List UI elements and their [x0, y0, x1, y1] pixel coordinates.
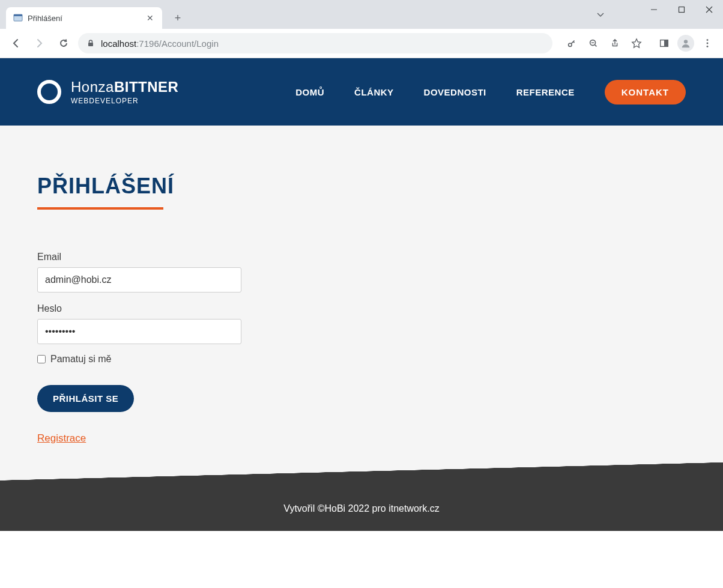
password-field[interactable] — [37, 319, 241, 344]
browser-menu-icon[interactable] — [698, 34, 717, 53]
key-icon[interactable] — [562, 34, 581, 53]
svg-rect-1 — [14, 14, 22, 16]
svg-rect-3 — [679, 7, 685, 13]
bookmark-star-icon[interactable] — [627, 34, 646, 53]
url-text: localhost:7196/Account/Login — [101, 38, 219, 49]
logo-circle-icon — [37, 80, 61, 104]
svg-point-14 — [707, 39, 709, 41]
remember-checkbox[interactable] — [37, 355, 46, 363]
share-icon[interactable] — [605, 34, 625, 53]
email-field[interactable] — [37, 267, 241, 292]
title-underline — [37, 207, 163, 210]
page-body: HonzaBITTNER WEBDEVELOPER DOMŮ ČLÁNKY DO… — [0, 58, 723, 531]
remember-label: Pamatuj si mě — [50, 354, 111, 365]
profile-button[interactable] — [676, 34, 695, 53]
tab-favicon-icon — [13, 13, 23, 23]
register-link[interactable]: Registrace — [37, 432, 86, 444]
site-header: HonzaBITTNER WEBDEVELOPER DOMŮ ČLÁNKY DO… — [0, 58, 723, 126]
login-submit-button[interactable]: PŘIHLÁSIT SE — [37, 385, 134, 412]
svg-rect-6 — [88, 43, 93, 46]
nav-link-articles[interactable]: ČLÁNKY — [354, 87, 394, 97]
window-close-button[interactable] — [695, 0, 723, 19]
nav-reload-button[interactable] — [54, 34, 73, 53]
browser-titlebar: Přihlášení ✕ + — [0, 0, 723, 29]
password-label: Heslo — [37, 303, 241, 314]
nav-forward-button — [30, 34, 49, 53]
main-content: PŘIHLÁŠENÍ Email Heslo Pamatuj si mě PŘI… — [25, 126, 698, 480]
site-footer: Vytvořil ©HoBi 2022 pro itnetwork.cz — [0, 480, 723, 531]
address-bar-actions — [562, 34, 717, 53]
window-controls — [640, 0, 723, 24]
main-nav: DOMŮ ČLÁNKY DOVEDNOSTI REFERENCE KONTAKT — [295, 80, 686, 105]
zoom-icon[interactable] — [584, 34, 603, 53]
nav-cta-contact[interactable]: KONTAKT — [605, 80, 686, 105]
new-tab-button[interactable]: + — [169, 10, 186, 26]
nav-back-button[interactable] — [6, 34, 25, 53]
svg-rect-12 — [664, 40, 668, 47]
lock-icon — [86, 39, 95, 47]
logo-text: HonzaBITTNER WEBDEVELOPER — [71, 79, 178, 105]
site-logo[interactable]: HonzaBITTNER WEBDEVELOPER — [37, 79, 178, 105]
svg-point-16 — [707, 46, 709, 47]
nav-link-skills[interactable]: DOVEDNOSTI — [424, 87, 486, 97]
svg-point-15 — [707, 43, 709, 44]
svg-point-13 — [684, 40, 688, 43]
login-form: Email Heslo Pamatuj si mě PŘIHLÁSIT SE R… — [37, 252, 241, 444]
side-panel-icon[interactable] — [655, 34, 674, 53]
url-field[interactable]: localhost:7196/Account/Login — [78, 33, 552, 53]
tab-title: Přihlášení — [28, 14, 141, 23]
page-title: PŘIHLÁŠENÍ — [37, 174, 686, 199]
browser-chrome: Přihlášení ✕ + localhost:7196/Account/Lo… — [0, 0, 723, 58]
browser-tab[interactable]: Přihlášení ✕ — [6, 7, 162, 29]
window-minimize-button[interactable] — [640, 0, 668, 19]
nav-link-references[interactable]: REFERENCE — [516, 87, 575, 97]
tab-close-icon[interactable]: ✕ — [145, 13, 155, 23]
email-label: Email — [37, 252, 241, 262]
window-maximize-button[interactable] — [668, 0, 695, 19]
browser-address-bar: localhost:7196/Account/Login — [0, 29, 723, 58]
nav-link-home[interactable]: DOMŮ — [295, 87, 324, 97]
tabs-dropdown-icon[interactable] — [592, 6, 609, 23]
footer-text: Vytvořil ©HoBi 2022 pro itnetwork.cz — [283, 503, 439, 514]
avatar-icon — [677, 35, 694, 52]
svg-line-9 — [595, 45, 597, 47]
